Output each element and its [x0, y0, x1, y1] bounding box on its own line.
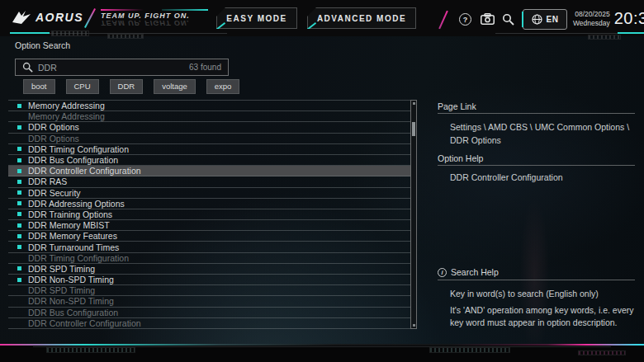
falcon-icon: [12, 10, 31, 25]
search-icon[interactable]: [502, 13, 514, 26]
scroll-down-icon[interactable]: [413, 324, 415, 327]
list-item[interactable]: DDR Security: [8, 188, 410, 199]
divider: [438, 280, 635, 280]
search-query: DDR: [38, 63, 184, 73]
list-item-label: DDR SPD Timing: [28, 264, 95, 274]
list-item[interactable]: DDR SPD Timing: [8, 264, 410, 275]
globe-icon: [532, 14, 542, 25]
list-item[interactable]: DDR Controller Configuration: [8, 318, 410, 329]
list-item[interactable]: DDR Memory MBIST: [8, 220, 410, 231]
option-search-label: Option Search: [15, 40, 70, 50]
bullet-icon: [17, 169, 21, 173]
list-item[interactable]: DDR Controller Configuration: [8, 166, 410, 176]
cyan-bar-decoration: [10, 32, 50, 34]
list-item-label: DDR Options: [28, 134, 79, 143]
breadcrumb[interactable]: Settings \ AMD CBS \ UMC Common Options …: [450, 120, 635, 147]
list-item[interactable]: DDR Options: [8, 122, 410, 133]
search-help-line1: Key in word(s) to search (English only): [450, 289, 640, 299]
bullet-icon: [17, 245, 21, 249]
search-help-title: Search Help: [451, 267, 499, 277]
list-item[interactable]: DDR Memory Features: [8, 231, 410, 242]
list-item-label: DDR Memory MBIST: [28, 220, 110, 230]
language-button[interactable]: EN: [523, 9, 567, 30]
search-tag[interactable]: DDR: [110, 79, 144, 94]
tab-advanced-mode-label: ADVANCED MODE: [317, 14, 406, 23]
magenta-line-decoration: [101, 9, 144, 11]
option-help-text: DDR Controller Configuration: [450, 172, 563, 182]
list-item[interactable]: DDR Turnaround Times: [8, 242, 410, 252]
tab-easy-mode[interactable]: EASY MODE: [216, 7, 297, 29]
list-item-label: DDR Security: [28, 188, 81, 198]
tab-advanced-mode[interactable]: ADVANCED MODE: [307, 7, 416, 29]
bullet-icon: [17, 212, 21, 216]
search-help-line2: It's 'AND' operation among key words, i.…: [450, 304, 642, 328]
list-item[interactable]: DDR SPD Timing: [8, 285, 410, 296]
slash-decoration: [84, 8, 96, 28]
search-tag[interactable]: CPU: [66, 79, 99, 94]
bullet-icon: [17, 201, 21, 205]
list-item[interactable]: DDR Non-SPD Timing: [8, 296, 410, 307]
list-item[interactable]: DDR RAS: [8, 176, 410, 187]
list-item-label: DDR Options: [28, 122, 79, 132]
list-item[interactable]: DDR Non-SPD Timing: [8, 275, 410, 285]
search-tag[interactable]: boot: [23, 79, 55, 94]
bottom-bar: [0, 344, 644, 362]
list-item-label: DDR Non-SPD Timing: [28, 296, 114, 306]
list-item[interactable]: DDR Timing Configuration: [8, 144, 410, 155]
list-item[interactable]: DDR Training Options: [8, 209, 410, 220]
list-item-label: DDR Controller Configuration: [28, 318, 141, 328]
list-item-label: DDR Timing Configuration: [28, 253, 129, 263]
clock: 20:33: [614, 9, 644, 28]
scrollbar-thumb[interactable]: [412, 122, 415, 136]
list-item[interactable]: DDR Options: [8, 134, 410, 144]
page-link-title: Page Link: [438, 101, 476, 111]
datetime: 08/20/2025 Wednesday 20:33: [573, 9, 644, 28]
screenshot-camera-icon[interactable]: [481, 13, 495, 25]
bullet-icon: [17, 234, 21, 238]
list-item[interactable]: DDR Bus Configuration: [8, 155, 410, 166]
bullet-icon: [17, 180, 21, 184]
list-item-label: DDR RAS: [28, 176, 67, 186]
list-scrollbar[interactable]: [410, 100, 417, 329]
list-item[interactable]: DDR Addressing Options: [8, 199, 410, 209]
search-input-icon: [22, 62, 33, 73]
list-item[interactable]: Memory Addressing: [8, 111, 410, 122]
help-icon[interactable]: ?: [459, 13, 471, 26]
option-help-title: Option Help: [438, 153, 483, 163]
cyan-line-decoration: [162, 9, 208, 11]
list-item[interactable]: DDR Timing Configuration: [8, 253, 410, 264]
bullet-icon: [17, 104, 21, 108]
bullet-icon: [17, 190, 21, 195]
list-item-label: DDR Controller Configuration: [28, 166, 141, 176]
cyan-bar-decoration: [618, 32, 644, 34]
header-chip-decoration: [51, 31, 89, 36]
language-label: EN: [547, 15, 559, 24]
info-icon: i: [438, 268, 447, 277]
list-item-label: DDR Training Options: [28, 209, 112, 219]
header-chip-decoration: [588, 35, 621, 40]
search-input[interactable]: DDR 63 found: [15, 59, 229, 76]
results-list: Memory AddressingMemory AddressingDDR Op…: [8, 100, 410, 329]
bullet-icon: [17, 147, 21, 151]
bullet-icon: [17, 125, 21, 129]
results-count: 63 found: [189, 63, 221, 72]
slogan: TEAM UP. FIGHT ON. TEAM UP. FIGHT ON.: [101, 12, 208, 27]
list-item[interactable]: Memory Addressing: [8, 100, 410, 111]
list-item-label: DDR Turnaround Times: [28, 242, 119, 252]
top-bar: AORUS TEAM UP. FIGHT ON. TEAM UP. FIGHT …: [0, 0, 644, 36]
list-item[interactable]: DDR Bus Configuration: [8, 308, 410, 318]
scroll-up-icon[interactable]: [413, 102, 415, 105]
slogan-reflection: TEAM UP. FIGHT ON.: [101, 19, 208, 27]
search-tag[interactable]: expo: [206, 79, 240, 94]
list-item-label: DDR Memory Features: [28, 231, 117, 241]
list-item-label: DDR Bus Configuration: [28, 155, 118, 165]
list-item-label: DDR Timing Configuration: [28, 144, 129, 154]
list-item-label: DDR SPD Timing: [28, 285, 95, 295]
bottom-chip-decoration: [429, 347, 510, 353]
bullet-icon: [17, 223, 21, 228]
search-tag[interactable]: voltage: [154, 79, 196, 94]
divider: [438, 113, 635, 114]
divider: [438, 165, 635, 166]
list-item-label: DDR Non-SPD Timing: [28, 275, 114, 284]
tag-row: bootCPUDDRvoltageexpo: [23, 79, 239, 94]
